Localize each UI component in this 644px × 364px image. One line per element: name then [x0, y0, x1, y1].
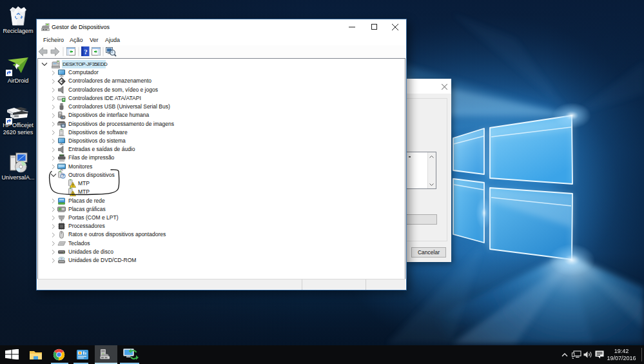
svg-text:?: ? [84, 48, 88, 56]
